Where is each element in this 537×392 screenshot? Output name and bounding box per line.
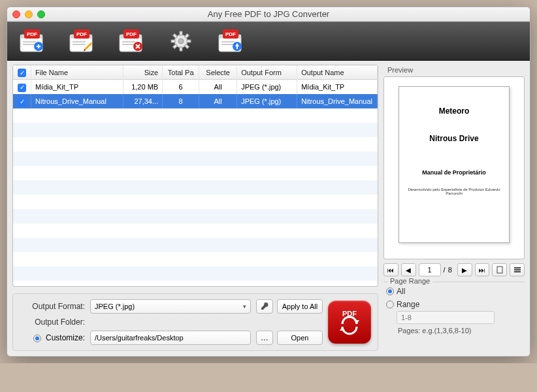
svg-rect-8	[38, 44, 39, 48]
settings-button[interactable]	[165, 27, 197, 55]
page-range-divider: Page Range	[383, 282, 525, 282]
convert-button[interactable]: PDF	[328, 301, 371, 344]
svg-marker-45	[354, 320, 359, 324]
range-custom-radio[interactable]	[386, 301, 394, 308]
row-output: Mídia_Kit_TP	[297, 80, 378, 94]
range-custom-row[interactable]: Range	[383, 298, 525, 311]
last-page-button[interactable]: ⏭	[475, 263, 490, 276]
range-all-row[interactable]: All	[383, 285, 525, 298]
svg-rect-21	[122, 41, 135, 42]
row-selected: All	[199, 94, 237, 108]
svg-point-27	[178, 39, 184, 44]
row-pages: 8	[163, 94, 199, 108]
customize-radio[interactable]	[33, 335, 41, 342]
output-format-value: JPEG (*.jpg)	[95, 302, 135, 310]
preview-line2: Nitrous Drive	[406, 134, 502, 143]
total-pages: 8	[448, 266, 452, 274]
page-list-button[interactable]	[510, 263, 525, 276]
preview-line4: Desenvolvido pelo Especialista de Produt…	[406, 188, 502, 195]
svg-rect-22	[122, 44, 135, 45]
svg-rect-47	[497, 267, 502, 273]
next-page-button[interactable]: ▶	[457, 263, 472, 276]
row-format: JPEG (*.jpg)	[237, 94, 297, 108]
svg-rect-5	[23, 44, 36, 45]
header-selected[interactable]: Selecte	[199, 65, 237, 80]
left-column: ✓ File Name Size Total Pa Selecte Output…	[12, 65, 378, 351]
header-format[interactable]: Output Form	[237, 65, 297, 80]
table-header: ✓ File Name Size Total Pa Selecte Output…	[13, 65, 378, 80]
preview-line1: Meteoro	[406, 106, 502, 116]
svg-text:PDF: PDF	[27, 31, 37, 37]
page-sep: /	[444, 266, 446, 274]
svg-marker-46	[340, 327, 345, 331]
range-input[interactable]	[397, 311, 495, 324]
list-icon	[513, 266, 521, 274]
main-toolbar: PDF PDF PDF PDF	[7, 22, 530, 61]
customize-label: Customize:	[46, 333, 85, 342]
row-output: Nitrous_Drive_Manual	[297, 94, 378, 108]
content-area: ✓ File Name Size Total Pa Selecte Output…	[7, 61, 530, 356]
titlebar: Any Free PDF to JPG Converter	[7, 7, 530, 22]
preview-nav: ⏮ ◀ / 8 ▶ ⏭	[383, 263, 525, 276]
svg-rect-34	[184, 33, 189, 38]
apply-all-button[interactable]: Apply to All	[277, 299, 323, 314]
file-table: ✓ File Name Size Total Pa Selecte Output…	[12, 65, 378, 287]
open-folder-button[interactable]: Open	[277, 331, 323, 345]
preview-line3: Manual de Proprietário	[406, 169, 502, 176]
header-total-pages[interactable]: Total Pa	[163, 65, 199, 80]
table-row[interactable]: ✓Nitrous_Drive_Manual27,34...8AllJPEG (*…	[13, 94, 378, 108]
output-folder-label: Output Folder:	[20, 318, 85, 327]
preview-title: Preview	[387, 66, 525, 74]
svg-rect-41	[221, 44, 235, 45]
first-page-button[interactable]: ⏮	[383, 263, 399, 276]
header-size[interactable]: Size	[123, 65, 163, 80]
add-pdf-button[interactable]: PDF	[16, 27, 48, 55]
svg-rect-40	[221, 41, 235, 42]
browse-folder-button[interactable]: …	[256, 331, 273, 345]
page-number-input[interactable]	[419, 263, 441, 276]
output-format-label: Output Format:	[20, 302, 85, 311]
row-selected: All	[199, 80, 237, 94]
header-check[interactable]: ✓	[13, 65, 31, 80]
row-checkbox[interactable]: ✓	[13, 80, 31, 94]
svg-text:PDF: PDF	[225, 31, 236, 37]
row-filename: Nitrous_Drive_Manual	[31, 94, 123, 108]
window-title: Any Free PDF to JPG Converter	[7, 9, 530, 19]
prev-page-button[interactable]: ◀	[401, 263, 416, 276]
header-output-name[interactable]: Output Name	[297, 65, 378, 80]
app-window: Any Free PDF to JPG Converter PDF PDF PD…	[7, 7, 530, 357]
table-row[interactable]: ✓Mídia_Kit_TP1,20 MB6AllJPEG (*.jpg)Mídi…	[13, 80, 378, 94]
svg-rect-13	[73, 41, 86, 42]
remove-pdf-button[interactable]: PDF	[116, 27, 147, 55]
svg-rect-30	[171, 40, 175, 42]
output-panel: Output Format: JPEG (*.jpg) ▾ Apply to A…	[12, 293, 378, 351]
row-size: 27,34...	[123, 94, 163, 108]
svg-rect-14	[73, 44, 86, 45]
table-empty-rows	[13, 108, 378, 281]
wrench-icon	[260, 302, 269, 311]
row-size: 1,20 MB	[123, 80, 163, 94]
page-fit-button[interactable]	[492, 263, 507, 276]
range-all-radio[interactable]	[386, 287, 394, 295]
svg-rect-28	[180, 31, 182, 35]
preview-page: Meteoro Nitrous Drive Manual de Propriet…	[399, 86, 510, 243]
table-body: ✓Mídia_Kit_TP1,20 MB6AllJPEG (*.jpg)Mídi…	[13, 80, 378, 108]
row-checkbox[interactable]: ✓	[13, 94, 31, 108]
svg-rect-31	[187, 40, 191, 42]
svg-rect-35	[172, 44, 177, 48]
edit-pdf-button[interactable]: PDF	[66, 27, 97, 55]
output-folder-input[interactable]	[90, 331, 251, 345]
header-filename[interactable]: File Name	[31, 65, 123, 80]
customize-radio-row: Customize:	[20, 333, 85, 342]
row-filename: Mídia_Kit_TP	[31, 80, 123, 94]
export-pdf-button[interactable]: PDF	[215, 27, 246, 55]
svg-rect-33	[184, 44, 189, 48]
range-custom-label: Range	[397, 300, 419, 309]
svg-rect-48	[514, 267, 521, 269]
svg-rect-50	[514, 271, 521, 272]
range-hint: Pages: e.g.(1,3,6,8-10)	[398, 327, 525, 335]
output-settings-button[interactable]	[256, 299, 273, 314]
output-format-select[interactable]: JPEG (*.jpg) ▾	[90, 299, 251, 314]
page-icon	[496, 266, 504, 274]
svg-rect-32	[172, 33, 177, 38]
